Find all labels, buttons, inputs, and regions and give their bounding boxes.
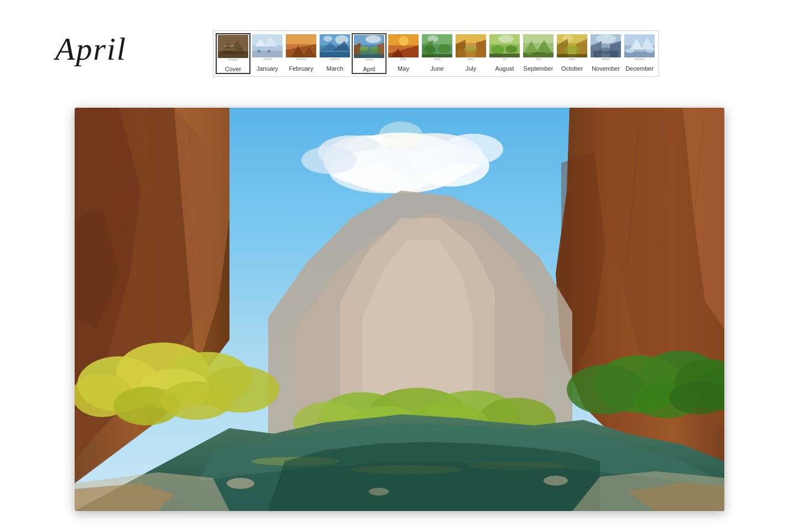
thumb-image-april — [354, 35, 384, 58]
svg-point-36 — [399, 36, 409, 46]
svg-point-74 — [596, 34, 616, 43]
thumb-image-january — [252, 34, 283, 57]
svg-rect-57 — [489, 54, 520, 57]
svg-point-32 — [370, 46, 378, 52]
thumb-label-may: May — [398, 65, 409, 72]
svg-point-51 — [464, 46, 477, 52]
thumb-image-october — [557, 34, 587, 57]
thumb-dots-aug — [489, 59, 520, 64]
thumb-dots-jan — [252, 59, 283, 64]
svg-rect-3 — [218, 51, 248, 58]
svg-point-126 — [567, 365, 644, 414]
thumb-dots-sep — [523, 59, 553, 64]
svg-rect-71 — [557, 54, 587, 57]
thumb-label-june: June — [431, 65, 444, 72]
thumb-label-cover: Cover — [225, 66, 241, 72]
svg-point-122 — [160, 381, 232, 420]
svg-point-95 — [301, 146, 357, 174]
thumb-dots-apr — [354, 59, 384, 65]
thumb-september[interactable]: September — [521, 33, 555, 73]
svg-rect-24 — [320, 52, 350, 57]
thumb-image-august — [489, 34, 520, 57]
thumb-label-march: March — [326, 65, 343, 72]
svg-point-43 — [425, 46, 436, 54]
thumb-image-march — [320, 34, 350, 57]
thumb-dots-dec — [624, 59, 655, 64]
thumb-march[interactable]: March — [318, 33, 352, 73]
thumb-dots-may — [388, 59, 419, 64]
svg-rect-45 — [422, 54, 452, 57]
thumb-label-january: January — [257, 65, 278, 72]
svg-point-64 — [544, 49, 552, 54]
thumb-dots-mar — [320, 59, 350, 64]
svg-rect-14 — [286, 34, 316, 44]
svg-point-84 — [625, 49, 634, 53]
svg-rect-33 — [354, 54, 384, 58]
thumb-february[interactable]: February — [284, 33, 318, 73]
page-title: April — [55, 30, 127, 67]
svg-point-31 — [359, 46, 368, 51]
thumb-label-december: December — [625, 65, 654, 72]
svg-point-151 — [379, 122, 423, 149]
svg-point-70 — [565, 45, 580, 54]
thumb-image-november — [591, 34, 621, 57]
thumb-dots-oct — [557, 59, 587, 64]
svg-rect-10 — [252, 51, 283, 57]
thumb-january[interactable]: January — [250, 33, 284, 73]
svg-point-21 — [323, 36, 332, 41]
thumb-image-may — [388, 34, 419, 57]
thumb-label-july: July — [466, 65, 477, 72]
thumb-june[interactable]: June — [420, 33, 454, 73]
thumb-image-july — [456, 34, 486, 57]
svg-point-44 — [437, 44, 451, 53]
svg-point-54 — [498, 35, 514, 43]
thumb-october[interactable]: October — [555, 33, 589, 73]
svg-point-146 — [369, 488, 389, 496]
main-calendar-image — [75, 108, 724, 511]
svg-point-27 — [365, 35, 381, 43]
svg-point-56 — [505, 45, 518, 53]
svg-rect-12 — [268, 50, 270, 52]
thumb-dots-jul — [456, 59, 486, 64]
svg-rect-11 — [258, 50, 260, 52]
thumb-cover[interactable]: NATIONAL PARKS 2024 Cover — [216, 33, 250, 74]
svg-text:PARKS 2024: PARKS 2024 — [224, 49, 236, 51]
thumb-label-august: August — [495, 65, 514, 72]
thumb-image-september — [523, 34, 553, 57]
thumb-dots-jun — [422, 59, 452, 64]
svg-point-145 — [544, 476, 568, 486]
thumb-dots-cover — [218, 59, 248, 65]
thumb-april[interactable]: April — [352, 33, 387, 74]
svg-point-55 — [491, 45, 504, 54]
svg-point-63 — [524, 49, 533, 55]
thumb-august[interactable]: August — [488, 33, 521, 73]
thumb-image-december — [624, 34, 655, 57]
thumb-label-october: October — [561, 65, 583, 72]
thumb-december[interactable]: December — [623, 33, 656, 73]
thumb-image-cover: NATIONAL PARKS 2024 — [218, 35, 248, 58]
thumb-image-june — [422, 34, 452, 57]
svg-point-144 — [227, 478, 254, 489]
thumb-label-september: September — [524, 65, 553, 72]
svg-text:NATIONAL: NATIONAL — [223, 45, 234, 48]
svg-point-20 — [335, 35, 348, 44]
svg-rect-59 — [523, 34, 553, 43]
thumb-july[interactable]: July — [454, 33, 488, 73]
thumb-dots-nov — [591, 59, 621, 64]
thumb-image-february — [286, 34, 316, 57]
svg-point-85 — [646, 49, 654, 53]
thumbnails-container: NATIONAL PARKS 2024 Cover — [213, 30, 659, 77]
svg-point-78 — [599, 48, 612, 54]
thumb-label-february: February — [289, 65, 313, 72]
thumb-may[interactable]: May — [387, 33, 420, 73]
thumb-label-november: November — [592, 65, 620, 72]
thumb-november[interactable]: November — [589, 33, 623, 73]
thumb-label-april: April — [363, 66, 375, 72]
month-thumbnail-strip: NATIONAL PARKS 2024 Cover — [213, 30, 659, 77]
thumb-dots-feb — [286, 59, 316, 64]
